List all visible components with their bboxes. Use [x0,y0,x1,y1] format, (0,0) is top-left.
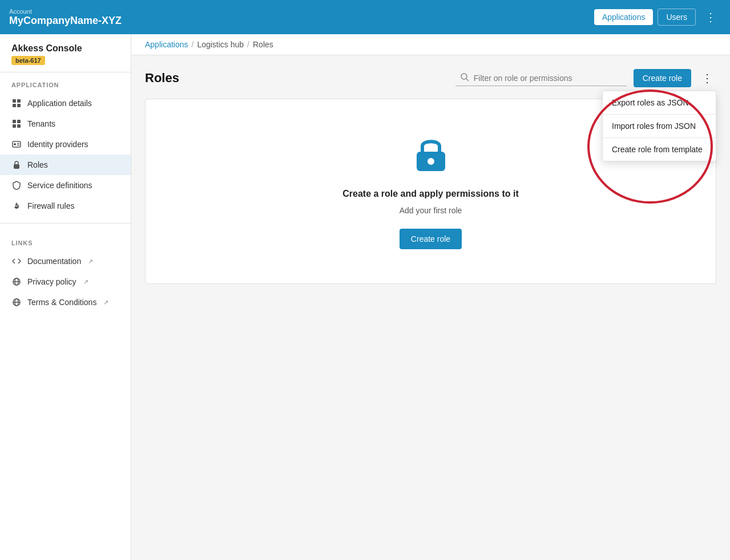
sidebar-item-label: Roles [27,160,48,169]
dropdown-item-export[interactable]: Export roles as JSON [603,91,716,114]
breadcrumb: Applications / Logistics hub / Roles [145,40,273,49]
search-icon [460,72,469,83]
svg-rect-2 [13,104,16,107]
breadcrumb-sep-1: / [192,40,194,49]
dropdown-item-template[interactable]: Create role from template [603,138,716,161]
account-name: MyCompanyName-XYZ [9,15,594,27]
external-link-icon: ↗ [103,299,108,306]
svg-rect-3 [17,104,21,107]
sidebar-item-label: Firewall rules [27,201,74,210]
svg-rect-1 [17,99,21,103]
more-options-button[interactable]: ⋮ [698,70,716,86]
sidebar-divider [0,223,131,224]
create-role-empty-button[interactable]: Create role [400,229,462,249]
account-info: Account MyCompanyName-XYZ [9,8,594,27]
sidebar-item-label: Service definitions [27,181,92,190]
external-link-icon: ↗ [83,278,88,286]
main-content: Applications / Logistics hub / Roles Rol… [131,34,730,560]
sidebar: Akkess Console beta-617 APPLICATION Appl… [0,34,131,560]
flame-icon [11,201,22,211]
users-button[interactable]: Users [658,9,696,26]
lock-icon [11,160,22,170]
search-input[interactable] [474,74,622,83]
sidebar-item-application-details[interactable]: Application details [0,93,131,113]
sidebar-link-label: Documentation [27,257,81,266]
svg-line-20 [466,79,469,81]
svg-point-19 [461,74,467,79]
page-title: Roles [145,71,179,86]
code-icon [11,256,22,266]
globe-icon-terms [11,297,22,307]
external-link-icon: ↗ [88,258,93,265]
top-nav-more-icon[interactable]: ⋮ [700,8,721,26]
sidebar-badge: beta-617 [11,56,45,65]
svg-rect-7 [17,124,21,128]
grid-icon [11,98,22,108]
dropdown-menu: Export roles as JSON Import roles from J… [602,91,716,161]
svg-rect-4 [13,120,16,123]
sidebar-section-application: APPLICATION [0,72,131,93]
sidebar-item-label: Application details [27,99,92,108]
breadcrumb-logistics: Logistics hub [197,40,244,49]
account-label: Account [9,8,594,15]
sidebar-item-service-definitions[interactable]: Service definitions [0,175,131,196]
header-right: Create role ⋮ Export roles as JSON Impor… [455,69,716,87]
page-header: Roles Create role [145,69,716,87]
empty-state-subtitle: Add your first role [400,206,462,215]
breadcrumb-sep-2: / [247,40,249,49]
page-body: Roles Create role [131,55,730,560]
top-nav: Account MyCompanyName-XYZ Applications U… [0,0,730,34]
svg-rect-6 [13,124,16,128]
svg-point-9 [14,143,16,145]
breadcrumb-applications[interactable]: Applications [145,40,188,49]
sidebar-app-title: Akkess Console [11,43,119,54]
sidebar-item-label: Identity providers [27,140,88,149]
svg-rect-5 [17,120,21,123]
top-nav-actions: Applications Users ⋮ [594,8,721,26]
svg-rect-12 [14,164,19,169]
sidebar-section-links: LINKS [0,230,131,251]
empty-state-title: Create a role and apply permissions to i… [342,189,519,199]
sidebar-item-firewall-rules[interactable]: Firewall rules [0,196,131,216]
lock-large-icon [411,133,451,173]
sidebar-item-label: Tenants [27,119,55,128]
breadcrumb-roles: Roles [253,40,273,49]
sidebar-item-tenants[interactable]: Tenants [0,113,131,134]
applications-button[interactable]: Applications [594,9,654,25]
create-role-button[interactable]: Create role [634,69,691,87]
sidebar-item-identity-providers[interactable]: Identity providers [0,134,131,155]
sidebar-link-privacy-policy[interactable]: Privacy policy ↗ [0,271,131,292]
sidebar-link-terms[interactable]: Terms & Conditions ↗ [0,292,131,313]
lock-icon-wrapper [411,133,451,175]
svg-rect-0 [13,99,16,103]
svg-point-22 [427,158,434,165]
sidebar-link-label: Terms & Conditions [27,298,96,307]
sidebar-logo-area: Akkess Console beta-617 [0,34,131,72]
globe-icon [11,277,22,287]
dropdown-container: ⋮ Export roles as JSON Import roles from… [698,70,716,86]
search-box [455,70,627,86]
sidebar-link-label: Privacy policy [27,277,76,286]
sidebar-item-roles[interactable]: Roles [0,155,131,175]
tenants-icon [11,119,22,129]
dropdown-item-import[interactable]: Import roles from JSON [603,115,716,137]
breadcrumb-bar: Applications / Logistics hub / Roles [131,34,730,55]
id-icon [11,139,22,149]
shield-icon [11,180,22,190]
sidebar-link-documentation[interactable]: Documentation ↗ [0,251,131,271]
